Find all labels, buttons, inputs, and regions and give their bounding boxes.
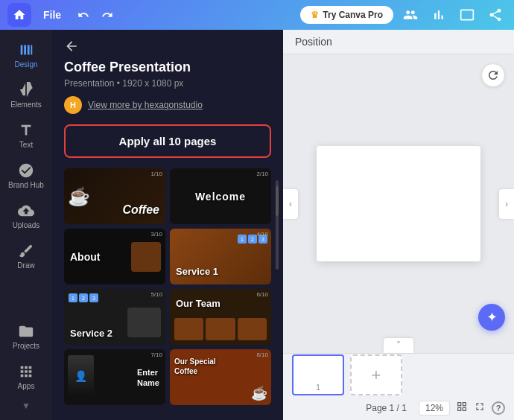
sidebar-item-brand[interactable]: Brand Hub bbox=[4, 156, 48, 195]
thumb-page-enter: 7/10 bbox=[150, 351, 162, 358]
grid-view-icon[interactable] bbox=[456, 401, 468, 416]
help-icon[interactable]: ? bbox=[492, 401, 505, 415]
refresh-button[interactable] bbox=[481, 63, 505, 87]
author-name-link[interactable]: View more by hexagonstudio bbox=[88, 100, 203, 110]
sidebar-item-projects[interactable]: Projects bbox=[4, 317, 48, 356]
panel-header bbox=[52, 30, 283, 60]
fullscreen-icon[interactable] bbox=[474, 401, 486, 416]
thumb-page-ourteam: 6/10 bbox=[256, 291, 268, 298]
sidebar-item-apps[interactable]: Apps bbox=[4, 357, 48, 396]
panel-author: H View more by hexagonstudio bbox=[64, 96, 271, 114]
collapse-bottom-button[interactable]: ˅ bbox=[384, 338, 413, 353]
panel-title: Coffee Presentation bbox=[64, 60, 271, 75]
sidebar-draw-label: Draw bbox=[17, 261, 34, 270]
thumb-page-coffee: 1/10 bbox=[150, 171, 162, 177]
sidebar-item-uploads[interactable]: Uploads bbox=[4, 197, 48, 235]
canva-pro-button[interactable]: ♛ Try Canva Pro bbox=[300, 6, 393, 24]
canvas-header: Position bbox=[283, 30, 514, 54]
zoom-level[interactable]: 12% bbox=[419, 401, 450, 416]
panel-scrollbar[interactable] bbox=[276, 180, 279, 270]
present-icon[interactable] bbox=[456, 4, 478, 26]
sidebar-design-label: Design bbox=[14, 60, 37, 69]
sidebar-item-text[interactable]: Text bbox=[4, 116, 48, 155]
sidebar-text-label: Text bbox=[19, 141, 33, 149]
template-thumb-service2[interactable]: 1 2 3 Service 2 5/10 bbox=[64, 289, 165, 345]
redo-button[interactable] bbox=[97, 4, 118, 25]
sidebar-item-elements[interactable]: Elements bbox=[4, 76, 48, 115]
sidebar-scroll-down[interactable]: ▼ bbox=[19, 398, 34, 414]
left-sidebar: Design Elements Text Brand Hub Uploads D… bbox=[0, 30, 52, 420]
template-thumb-enter[interactable]: 👤 EnterName 7/10 bbox=[64, 349, 165, 405]
sidebar-apps-label: Apps bbox=[18, 382, 35, 390]
thumb-page-special: 8/10 bbox=[256, 351, 268, 358]
template-grid: ☕ Coffee 1/10 Welcome 2/10 About 3/10 bbox=[64, 168, 271, 405]
thumb-page-service2: 5/10 bbox=[150, 291, 162, 298]
thumb-page-service1: 4/10 bbox=[256, 231, 268, 238]
share-icon[interactable] bbox=[484, 4, 507, 26]
main-layout: Design Elements Text Brand Hub Uploads D… bbox=[0, 30, 514, 420]
canvas-slide bbox=[317, 146, 480, 261]
canvas-body: ‹ › ˅ ✦ bbox=[283, 54, 514, 353]
panel-back-button[interactable] bbox=[64, 39, 79, 54]
page-info: Page 1 / 1 bbox=[366, 403, 407, 413]
thumb-page-welcome: 2/10 bbox=[256, 171, 268, 177]
magic-button[interactable]: ✦ bbox=[478, 304, 505, 331]
topbar-actions bbox=[73, 4, 118, 25]
collapse-panel-button[interactable]: ‹ bbox=[283, 189, 298, 219]
template-thumb-about[interactable]: About 3/10 bbox=[64, 229, 165, 284]
topbar-right-icons bbox=[399, 4, 507, 26]
expand-right-button[interactable]: › bbox=[499, 189, 514, 219]
sidebar-uploads-label: Uploads bbox=[13, 221, 40, 229]
canvas-area: Position ‹ › ˅ ✦ 1 + bbox=[283, 30, 514, 420]
page-thumb-label: 1 bbox=[316, 384, 320, 392]
template-thumb-special[interactable]: Our SpecialCoffee ☕ 8/10 bbox=[170, 349, 271, 405]
template-thumb-service1[interactable]: Service 1 1 2 3 4/10 bbox=[170, 229, 271, 284]
share-people-icon[interactable] bbox=[399, 4, 422, 26]
thumb-page-about: 3/10 bbox=[150, 231, 162, 238]
position-label: Position bbox=[295, 36, 332, 48]
crown-icon: ♛ bbox=[311, 10, 319, 20]
add-page-button[interactable]: + bbox=[350, 354, 402, 395]
undo-button[interactable] bbox=[73, 4, 94, 25]
template-thumb-welcome[interactable]: Welcome 2/10 bbox=[170, 168, 271, 224]
toolbar-right: 12% ? bbox=[419, 401, 505, 416]
canvas-toolbar: Page 1 / 1 12% ? bbox=[283, 396, 514, 420]
sidebar-elements-label: Elements bbox=[10, 101, 42, 109]
page-thumb-1[interactable]: 1 bbox=[292, 354, 344, 395]
panel-subtitle: Presentation • 1920 x 1080 px bbox=[64, 78, 271, 89]
home-button[interactable] bbox=[7, 3, 31, 27]
author-avatar: H bbox=[64, 96, 82, 114]
file-menu[interactable]: File bbox=[37, 9, 67, 21]
sidebar-brand-label: Brand Hub bbox=[8, 181, 44, 189]
template-panel: Coffee Presentation Presentation • 1920 … bbox=[52, 30, 283, 420]
canvas-bottom: 1 + Page 1 / 1 12% bbox=[283, 353, 514, 420]
analytics-icon[interactable] bbox=[428, 4, 450, 26]
panel-content: Coffee Presentation Presentation • 1920 … bbox=[52, 60, 283, 420]
pages-strip: 1 + bbox=[283, 354, 514, 396]
sidebar-projects-label: Projects bbox=[13, 342, 39, 350]
template-thumb-coffee[interactable]: ☕ Coffee 1/10 bbox=[64, 168, 165, 224]
topbar: File ♛ Try Canva Pro bbox=[0, 0, 514, 30]
sidebar-item-draw[interactable]: Draw bbox=[4, 237, 48, 276]
apply-all-button[interactable]: Apply all 10 pages bbox=[64, 124, 271, 158]
template-thumb-ourteam[interactable]: Our Team 6/10 bbox=[170, 289, 271, 345]
toolbar-center: Page 1 / 1 bbox=[366, 403, 407, 413]
sidebar-item-design[interactable]: Design bbox=[4, 36, 48, 74]
